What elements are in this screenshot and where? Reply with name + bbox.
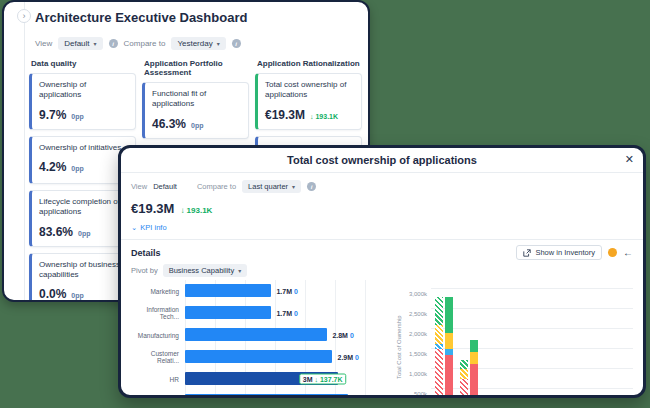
pivot-row: Pivot by Business Capability ▾ — [131, 264, 643, 277]
sidebar-expand-button[interactable]: › — [17, 9, 31, 23]
bar-group — [482, 288, 507, 398]
y-tick-label: 2,500k — [409, 311, 427, 317]
dashboard-controls: View Default ▾ i Compare to Yesterday ▾ … — [35, 37, 241, 50]
charts-area: Marketing1.7M0Information Tech...1.7M0Ma… — [121, 280, 643, 398]
kpi-card[interactable]: Ownership of applications9.7%0pp — [29, 73, 136, 130]
compare-select[interactable]: Last quarter ▾ — [242, 180, 301, 193]
bar-segment-green — [495, 397, 503, 398]
column-header: Data quality — [31, 59, 136, 68]
bar-group — [431, 288, 456, 398]
close-icon[interactable]: ✕ — [625, 153, 634, 166]
bar-row: Finance3.2M0 — [127, 390, 393, 398]
kpi-card-value: €19.3M — [265, 108, 305, 122]
bar-segment-red — [470, 364, 478, 398]
kpi-card-value: 4.2% — [39, 160, 66, 174]
kpi-detail-modal: Total cost ownership of applications ✕ V… — [118, 145, 646, 398]
divider — [121, 239, 643, 240]
kpi-info-label: KPI info — [140, 223, 166, 232]
column-header: Application Rationalization — [257, 59, 362, 68]
info-icon[interactable]: i — [109, 39, 118, 48]
details-heading: Details — [131, 248, 161, 258]
bar-value-label: 1.7M0 — [276, 288, 297, 295]
kpi-card-title: Ownership of business capabilities — [39, 260, 128, 281]
chevron-down-icon: ▾ — [94, 40, 97, 47]
bar[interactable] — [185, 394, 348, 398]
kpi-card-delta: 0pp — [71, 113, 83, 120]
bar-row: HR3M↓ 137.7K — [127, 368, 393, 390]
stacked-bar-lq[interactable] — [510, 397, 518, 398]
y-tick-label: 500k — [414, 391, 427, 397]
kpi-card-value: 9.7% — [39, 108, 66, 122]
bar-group — [532, 288, 557, 398]
stacked-bar-act[interactable] — [470, 340, 478, 398]
bar-group — [608, 288, 633, 398]
stacked-bar-act[interactable] — [495, 397, 503, 398]
bar-segment-red — [435, 349, 443, 398]
bar-segment-red — [445, 355, 453, 398]
bar-track: 1.7M0 — [185, 302, 393, 324]
y-tick-label: 3,000k — [409, 291, 427, 297]
pivot-select[interactable]: Business Capability ▾ — [163, 264, 247, 277]
chevron-down-icon: ▾ — [217, 40, 220, 47]
kpi-value: €19.3M — [131, 201, 174, 216]
kpi-card-delta: 0pp — [191, 122, 203, 129]
view-select[interactable]: Default ▾ — [58, 37, 102, 50]
bar-track: 2.8M0 — [185, 324, 393, 346]
kpi-value-row: €19.3M ↓ 193.1K — [131, 201, 643, 216]
bar-track: 1.7M0 — [185, 280, 393, 302]
cost-of-ownership-column-chart: Total Cost of Ownership 3,000k2,500k2,00… — [393, 280, 643, 398]
bar-row: Marketing1.7M0 — [127, 280, 393, 302]
pivot-by-label: Pivot by — [131, 266, 158, 275]
info-icon[interactable]: i — [232, 39, 241, 48]
bar-row: Information Tech...1.7M0 — [127, 302, 393, 324]
stacked-bar-lq[interactable] — [435, 297, 443, 398]
show-in-inventory-button[interactable]: Show in Inventory — [516, 245, 602, 260]
bar[interactable] — [185, 284, 271, 297]
kpi-info-link[interactable]: ⌄ KPI info — [131, 223, 643, 232]
bar-value-label: 2.9M0 — [337, 354, 358, 361]
column-header: Application Portfolio Assessment — [144, 59, 249, 77]
bar-category-label: Information Tech... — [127, 306, 185, 320]
bar-value-label: 1.7M0 — [276, 310, 297, 317]
warning-icon[interactable] — [608, 248, 617, 257]
stacked-bar-act[interactable] — [445, 297, 453, 398]
bar-value-label: 3M↓ 137.7K — [299, 374, 347, 385]
compare-label: Compare to — [197, 182, 236, 191]
compare-label: Compare to — [124, 39, 166, 48]
sidebar-divider — [24, 2, 25, 300]
bar-segment-yellow — [460, 369, 468, 379]
bar-group — [507, 288, 532, 398]
kpi-card-title: Functional fit of applications — [152, 89, 241, 110]
y-axis-label: Total Cost of Ownership — [393, 282, 404, 398]
kpi-card[interactable]: Total cost ownership of applications€19.… — [255, 73, 362, 130]
kpi-card-title: Total cost ownership of applications — [265, 80, 354, 101]
y-axis-ticks: 3,000k2,500k2,000k1,500k1,000k500k0 — [404, 288, 431, 398]
bar-row: Manufacturing2.8M0 — [127, 324, 393, 346]
modal-header: Total cost ownership of applications ✕ — [121, 148, 643, 173]
back-arrow-icon[interactable]: ← — [623, 247, 633, 258]
cost-by-capability-bar-chart: Marketing1.7M0Information Tech...1.7M0Ma… — [121, 280, 393, 398]
details-row: Details Show in Inventory ← — [131, 245, 633, 260]
kpi-card-delta: 0pp — [71, 165, 83, 172]
view-value[interactable]: Default — [153, 182, 177, 191]
info-icon[interactable]: i — [307, 182, 316, 191]
kpi-card-value: 83.6% — [39, 225, 73, 239]
bar-segment-yellow — [470, 352, 478, 364]
bar-category-label: HR — [127, 376, 185, 383]
page-title: Architecture Executive Dashboard — [35, 10, 247, 25]
kpi-card-title: Lifecycle completion of applications — [39, 197, 128, 218]
y-tick-label: 2,000k — [409, 331, 427, 337]
bar-category-label: Manufacturing — [127, 332, 185, 339]
bar-row: Customer Relati...2.9M0 — [127, 346, 393, 368]
kpi-card[interactable]: Functional fit of applications46.3%0pp — [142, 82, 249, 139]
view-value: Default — [64, 39, 89, 48]
stacked-bar-lq[interactable] — [485, 397, 493, 398]
stacked-bar-lq[interactable] — [460, 360, 468, 398]
bar-value-label: 2.8M0 — [332, 332, 353, 339]
bar[interactable] — [185, 328, 327, 341]
bar[interactable] — [185, 350, 332, 363]
bar-category-label: Finance — [127, 398, 185, 399]
modal-title: Total cost ownership of applications — [287, 154, 477, 166]
bar[interactable] — [185, 306, 271, 319]
compare-select[interactable]: Yesterday ▾ — [171, 37, 225, 50]
